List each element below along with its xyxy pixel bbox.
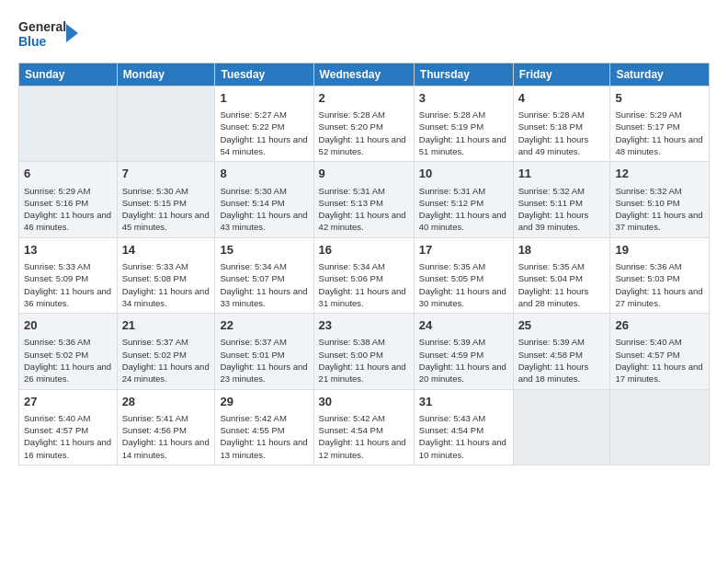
day-number: 6 <box>24 166 112 182</box>
calendar-cell: 9Sunrise: 5:31 AMSunset: 5:13 PMDaylight… <box>313 162 414 237</box>
cell-content: Sunrise: 5:40 AMSunset: 4:57 PMDaylight:… <box>24 412 112 461</box>
cell-content: Sunrise: 5:28 AMSunset: 5:20 PMDaylight:… <box>319 109 409 157</box>
day-header-wednesday: Wednesday <box>313 63 414 86</box>
calendar-cell: 17Sunrise: 5:35 AMSunset: 5:05 PMDayligh… <box>414 237 513 313</box>
calendar-cell: 29Sunrise: 5:42 AMSunset: 4:55 PMDayligh… <box>215 389 313 465</box>
day-number: 5 <box>615 90 704 107</box>
cell-content: Sunrise: 5:32 AMSunset: 5:10 PMDaylight:… <box>615 185 704 234</box>
calendar-header-row: SundayMondayTuesdayWednesdayThursdayFrid… <box>19 63 710 86</box>
logo: GeneralBlue <box>18 15 83 52</box>
cell-content: Sunrise: 5:31 AMSunset: 5:13 PMDaylight:… <box>319 185 409 234</box>
cell-content: Sunrise: 5:34 AMSunset: 5:07 PMDaylight:… <box>220 260 308 309</box>
calendar-cell: 12Sunrise: 5:32 AMSunset: 5:10 PMDayligh… <box>610 162 710 237</box>
day-number: 3 <box>419 90 508 107</box>
calendar-cell: 27Sunrise: 5:40 AMSunset: 4:57 PMDayligh… <box>19 389 118 465</box>
cell-content: Sunrise: 5:33 AMSunset: 5:08 PMDaylight:… <box>122 260 210 309</box>
calendar-cell: 7Sunrise: 5:30 AMSunset: 5:15 PMDaylight… <box>117 162 215 237</box>
cell-content: Sunrise: 5:27 AMSunset: 5:22 PMDaylight:… <box>220 109 308 157</box>
cell-content: Sunrise: 5:29 AMSunset: 5:16 PMDaylight:… <box>24 185 112 234</box>
cell-content: Sunrise: 5:42 AMSunset: 4:55 PMDaylight:… <box>220 412 308 461</box>
day-number: 19 <box>615 242 704 259</box>
calendar-cell: 21Sunrise: 5:37 AMSunset: 5:02 PMDayligh… <box>117 314 215 389</box>
calendar-cell: 22Sunrise: 5:37 AMSunset: 5:01 PMDayligh… <box>215 314 313 389</box>
calendar-cell: 15Sunrise: 5:34 AMSunset: 5:07 PMDayligh… <box>215 237 313 313</box>
day-number: 27 <box>24 394 112 410</box>
page: GeneralBlue SundayMondayTuesdayWednesday… <box>0 0 728 563</box>
day-number: 10 <box>419 166 508 182</box>
cell-content: Sunrise: 5:43 AMSunset: 4:54 PMDaylight:… <box>419 412 508 461</box>
cell-content: Sunrise: 5:34 AMSunset: 5:06 PMDaylight:… <box>319 260 409 309</box>
calendar-table: SundayMondayTuesdayWednesdayThursdayFrid… <box>18 63 710 465</box>
day-number: 24 <box>419 317 508 334</box>
calendar-cell: 3Sunrise: 5:28 AMSunset: 5:19 PMDaylight… <box>414 86 513 162</box>
calendar-cell <box>19 86 118 162</box>
cell-content: Sunrise: 5:30 AMSunset: 5:14 PMDaylight:… <box>220 185 308 234</box>
day-header-monday: Monday <box>117 63 215 86</box>
day-number: 7 <box>122 166 210 182</box>
cell-content: Sunrise: 5:38 AMSunset: 5:00 PMDaylight:… <box>319 336 409 385</box>
day-number: 28 <box>122 394 210 410</box>
svg-marker-3 <box>71 19 81 27</box>
day-number: 17 <box>419 242 508 259</box>
calendar-cell: 30Sunrise: 5:42 AMSunset: 4:54 PMDayligh… <box>313 389 414 465</box>
calendar-cell: 14Sunrise: 5:33 AMSunset: 5:08 PMDayligh… <box>117 237 215 313</box>
calendar-cell: 26Sunrise: 5:40 AMSunset: 4:57 PMDayligh… <box>610 314 710 389</box>
day-header-thursday: Thursday <box>414 63 513 86</box>
calendar-cell: 13Sunrise: 5:33 AMSunset: 5:09 PMDayligh… <box>19 237 118 313</box>
cell-content: Sunrise: 5:42 AMSunset: 4:54 PMDaylight:… <box>319 412 409 461</box>
day-number: 2 <box>319 90 409 107</box>
day-number: 11 <box>518 166 606 182</box>
cell-content: Sunrise: 5:35 AMSunset: 5:05 PMDaylight:… <box>419 260 508 309</box>
cell-content: Sunrise: 5:28 AMSunset: 5:18 PMDaylight:… <box>518 109 606 157</box>
cell-content: Sunrise: 5:30 AMSunset: 5:15 PMDaylight:… <box>122 185 210 234</box>
day-number: 23 <box>319 317 409 334</box>
calendar-cell <box>117 86 215 162</box>
calendar-cell: 10Sunrise: 5:31 AMSunset: 5:12 PMDayligh… <box>414 162 513 237</box>
calendar-week-1: 6Sunrise: 5:29 AMSunset: 5:16 PMDaylight… <box>19 162 710 237</box>
calendar-cell: 20Sunrise: 5:36 AMSunset: 5:02 PMDayligh… <box>19 314 118 389</box>
cell-content: Sunrise: 5:41 AMSunset: 4:56 PMDaylight:… <box>122 412 210 461</box>
calendar-cell: 24Sunrise: 5:39 AMSunset: 4:59 PMDayligh… <box>414 314 513 389</box>
calendar-cell <box>513 389 610 465</box>
day-number: 1 <box>220 90 308 107</box>
day-number: 29 <box>220 394 308 410</box>
day-number: 16 <box>319 242 409 259</box>
day-header-saturday: Saturday <box>610 63 710 86</box>
calendar-cell: 25Sunrise: 5:39 AMSunset: 4:58 PMDayligh… <box>513 314 610 389</box>
calendar-cell: 6Sunrise: 5:29 AMSunset: 5:16 PMDaylight… <box>19 162 118 237</box>
day-number: 13 <box>24 242 112 259</box>
day-number: 4 <box>518 90 606 107</box>
calendar-week-3: 20Sunrise: 5:36 AMSunset: 5:02 PMDayligh… <box>19 314 710 389</box>
day-number: 22 <box>220 317 308 334</box>
calendar-cell: 18Sunrise: 5:35 AMSunset: 5:04 PMDayligh… <box>513 237 610 313</box>
cell-content: Sunrise: 5:39 AMSunset: 4:58 PMDaylight:… <box>518 336 606 385</box>
day-header-friday: Friday <box>513 63 610 86</box>
calendar-cell: 16Sunrise: 5:34 AMSunset: 5:06 PMDayligh… <box>313 237 414 313</box>
cell-content: Sunrise: 5:40 AMSunset: 4:57 PMDaylight:… <box>615 336 704 385</box>
cell-content: Sunrise: 5:39 AMSunset: 4:59 PMDaylight:… <box>419 336 508 385</box>
calendar-cell: 23Sunrise: 5:38 AMSunset: 5:00 PMDayligh… <box>313 314 414 389</box>
calendar-cell: 31Sunrise: 5:43 AMSunset: 4:54 PMDayligh… <box>414 389 513 465</box>
svg-text:General: General <box>18 19 66 34</box>
svg-text:Blue: Blue <box>18 34 47 49</box>
day-number: 9 <box>319 166 409 182</box>
day-number: 18 <box>518 242 606 259</box>
cell-content: Sunrise: 5:36 AMSunset: 5:03 PMDaylight:… <box>615 260 704 309</box>
calendar-cell: 11Sunrise: 5:32 AMSunset: 5:11 PMDayligh… <box>513 162 610 237</box>
day-number: 31 <box>419 394 508 410</box>
day-number: 20 <box>24 317 112 334</box>
cell-content: Sunrise: 5:31 AMSunset: 5:12 PMDaylight:… <box>419 185 508 234</box>
cell-content: Sunrise: 5:33 AMSunset: 5:09 PMDaylight:… <box>24 260 112 309</box>
calendar-cell: 8Sunrise: 5:30 AMSunset: 5:14 PMDaylight… <box>215 162 313 237</box>
cell-content: Sunrise: 5:28 AMSunset: 5:19 PMDaylight:… <box>419 109 508 157</box>
svg-marker-2 <box>66 24 78 42</box>
calendar-cell: 19Sunrise: 5:36 AMSunset: 5:03 PMDayligh… <box>610 237 710 313</box>
day-number: 8 <box>220 166 308 182</box>
calendar-week-0: 1Sunrise: 5:27 AMSunset: 5:22 PMDaylight… <box>19 86 710 162</box>
day-number: 30 <box>319 394 409 410</box>
cell-content: Sunrise: 5:32 AMSunset: 5:11 PMDaylight:… <box>518 185 606 234</box>
day-number: 12 <box>615 166 704 182</box>
calendar-week-4: 27Sunrise: 5:40 AMSunset: 4:57 PMDayligh… <box>19 389 710 465</box>
cell-content: Sunrise: 5:29 AMSunset: 5:17 PMDaylight:… <box>615 109 704 157</box>
calendar-cell: 4Sunrise: 5:28 AMSunset: 5:18 PMDaylight… <box>513 86 610 162</box>
